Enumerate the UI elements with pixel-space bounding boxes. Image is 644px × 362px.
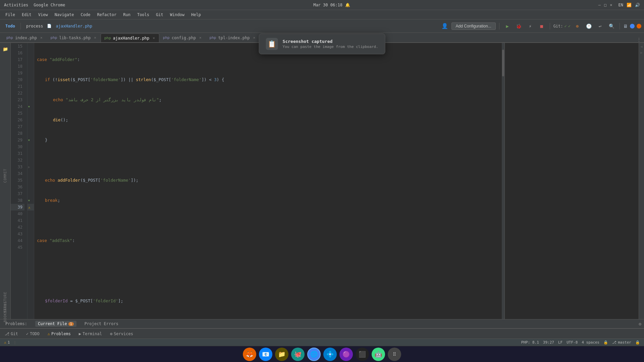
status-line-col[interactable]: 39:27 xyxy=(543,340,554,345)
tab-index-php[interactable]: php index.php × xyxy=(3,33,47,42)
gutter-38: ▼ xyxy=(28,197,34,204)
menu-code[interactable]: Code xyxy=(78,12,93,18)
line-num-30: 30 xyxy=(11,143,24,150)
status-sep-1: | xyxy=(14,340,16,345)
taskbar-thunderbird[interactable]: 📧 xyxy=(259,348,272,361)
taskbar-firefox[interactable]: 🦊 xyxy=(243,348,256,361)
fold-end-33: ▷ xyxy=(28,166,30,169)
gutter-20 xyxy=(28,76,34,83)
toolbar-sep-2 xyxy=(499,23,499,29)
bell-icon[interactable]: 🔔 xyxy=(345,3,350,7)
taskbar: 🦊 📧 📁 🐙 🌐 💠 🟣 ⬛ 🤖 ⠿ xyxy=(0,346,644,362)
menu-navigate[interactable]: Navigate xyxy=(52,12,77,18)
color-circle-2 xyxy=(637,24,641,28)
tab-config[interactable]: php config.php × xyxy=(159,33,206,42)
sidebar-project-icon[interactable]: 📁 xyxy=(1,44,10,54)
status-lock-2: 🔒 xyxy=(635,340,640,345)
status-php[interactable]: PHP: 8.1 xyxy=(521,340,539,345)
bottom-todo[interactable]: ✓ TODO xyxy=(24,331,42,337)
menu-help[interactable]: Help xyxy=(189,12,204,18)
firefox-icon: 🦊 xyxy=(246,351,253,358)
todo-label[interactable]: Todo xyxy=(3,23,18,29)
debug-button[interactable]: 🐞 xyxy=(514,21,524,31)
problems-settings-icon[interactable]: ⚙ xyxy=(639,321,641,326)
tab-ajax-handler[interactable]: php ajaxHandler.php × xyxy=(101,34,159,43)
problems-tab-project[interactable]: Project Errors xyxy=(82,321,121,327)
status-warn-icon: ⚠ xyxy=(4,340,6,345)
git-action-1[interactable]: ⊕ xyxy=(573,21,582,31)
tab-lib-tasks[interactable]: php lib-tasks.php × xyxy=(47,33,101,42)
taskbar-vscode[interactable]: 💠 xyxy=(323,348,337,361)
menu-file[interactable]: File xyxy=(3,12,18,18)
clipboard-icon: 📋 xyxy=(268,40,276,48)
menu-tools[interactable]: Tools xyxy=(135,12,152,18)
profile-icon[interactable]: 👤 xyxy=(441,23,448,29)
status-encoding[interactable]: UTF-8 xyxy=(567,340,578,345)
fold-indicator-24[interactable]: ▼ xyxy=(28,105,30,108)
status-indent[interactable]: 4 spaces xyxy=(582,340,599,345)
sidebar-commit-icon[interactable]: Commit xyxy=(1,171,10,180)
tab-close-tpl[interactable]: × xyxy=(253,36,255,40)
bottom-terminal[interactable]: ▶ Terminal xyxy=(77,331,104,337)
menu-git[interactable]: Git xyxy=(153,12,166,18)
status-line-sep[interactable]: LF xyxy=(558,340,562,345)
sidebar-bookmarks-icon[interactable]: Bookmarks xyxy=(1,307,10,316)
color-monitor[interactable]: 🖥 xyxy=(623,23,628,29)
file-label[interactable]: ajaxHandler.php xyxy=(53,23,95,29)
toolbar-icon-file: 📄 xyxy=(47,24,52,28)
taskbar-files[interactable]: 📁 xyxy=(275,348,288,361)
run-button[interactable]: ▶ xyxy=(503,21,512,31)
bottom-git[interactable]: ⎇ Git xyxy=(3,331,20,337)
menu-refactor[interactable]: Refactor xyxy=(94,12,119,18)
menu-view[interactable]: View xyxy=(36,12,51,18)
right-bar-2[interactable]: ▷ xyxy=(639,50,644,55)
code-content[interactable]: case "addFolder": if (!isset($_POST['fol… xyxy=(34,43,502,319)
gutter-29: ▼ xyxy=(28,137,34,143)
menu-run[interactable]: Run xyxy=(120,12,133,18)
os-bar: Activities Google Chrome Mar 30 06:18 🔔 … xyxy=(0,0,644,10)
scroll-thumb[interactable] xyxy=(502,50,504,76)
taskbar-phpstorm[interactable]: 🟣 xyxy=(339,348,353,361)
gutter-25 xyxy=(28,110,34,117)
taskbar-android[interactable]: 🤖 xyxy=(372,348,385,361)
taskbar-apps-grid[interactable]: ⠿ xyxy=(388,348,401,361)
stop-button[interactable]: ■ xyxy=(537,21,546,31)
gutter-15 xyxy=(28,43,34,50)
problems-tab-current[interactable]: Current File 1 xyxy=(35,321,76,327)
activities-label[interactable]: Activities xyxy=(4,3,28,7)
window-minimize[interactable]: □ xyxy=(604,3,606,7)
taskbar-chrome[interactable]: 🌐 xyxy=(307,348,321,361)
search-button[interactable]: 🔍 xyxy=(607,21,616,31)
tab-overflow-menu[interactable]: ⋮ xyxy=(637,37,644,42)
gutter-31 xyxy=(28,150,34,157)
browser-label[interactable]: Google Chrome xyxy=(34,3,65,7)
taskbar-terminal[interactable]: ⬛ xyxy=(356,348,369,361)
undo-button[interactable]: ↩ xyxy=(595,21,605,31)
bottom-services[interactable]: ⚙ Services xyxy=(108,331,135,337)
fold-indicator-38[interactable]: ▼ xyxy=(28,199,30,202)
process-label[interactable]: process xyxy=(23,23,46,29)
tab-close-index[interactable]: × xyxy=(40,36,43,40)
clock-icon[interactable]: 🕐 xyxy=(584,21,593,31)
fold-indicator-29[interactable]: ▼ xyxy=(28,139,30,142)
menu-edit[interactable]: Edit xyxy=(19,12,34,18)
tab-close-lib[interactable]: × xyxy=(94,36,96,40)
right-bar-1[interactable]: ◁ xyxy=(639,44,644,49)
notification-icon: 📋 xyxy=(266,38,278,50)
tab-tpl-index[interactable]: php tpl-index.php × xyxy=(206,33,260,42)
tab-close-config[interactable]: × xyxy=(199,36,202,40)
bottom-problems[interactable]: ⚠ Problems xyxy=(46,331,73,337)
tab-close-ajax[interactable]: × xyxy=(153,36,155,40)
line-num-29: 29 xyxy=(11,137,24,143)
window-maximize[interactable]: × xyxy=(610,3,612,7)
volume-icon[interactable]: 🔊 xyxy=(635,3,640,7)
taskbar-gitkraken[interactable]: 🐙 xyxy=(291,348,305,361)
add-config-button[interactable]: Add Configuration... xyxy=(451,22,496,30)
tab-label-lib: lib-tasks.php xyxy=(59,36,91,40)
code-scrollbar[interactable] xyxy=(502,43,504,319)
menu-window[interactable]: Window xyxy=(167,12,187,18)
window-close[interactable]: — xyxy=(598,3,601,7)
thunderbird-icon: 📧 xyxy=(262,351,269,358)
status-branch[interactable]: ⎇ master xyxy=(612,340,631,345)
run-with-coverage[interactable]: ⚡ xyxy=(526,21,535,31)
